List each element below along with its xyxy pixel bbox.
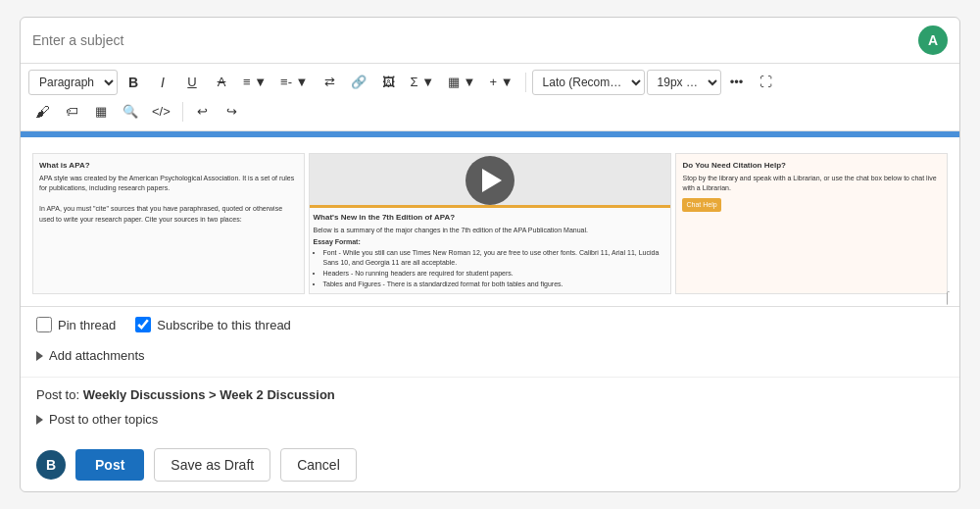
doc-preview: What is APA? APA style was created by th… (28, 149, 952, 299)
size-select[interactable]: 19px … (647, 70, 721, 95)
doc-video-area[interactable] (310, 154, 671, 208)
post-to-label: Post to: Weekly Discussions > Week 2 Dis… (36, 387, 944, 402)
subject-bar: A (21, 18, 959, 64)
chevron-right-icon (36, 351, 43, 361)
post-other-topics-row[interactable]: Post to other topics (36, 410, 944, 429)
subscribe-checkbox[interactable] (135, 317, 151, 332)
post-to-location: Weekly Discussions > Week 2 Discussion (83, 387, 335, 402)
italic-button[interactable]: I (149, 70, 176, 95)
doc-col2-list: Font - While you still can use Times New… (314, 248, 667, 288)
bold-button[interactable]: B (120, 70, 147, 95)
paint-button[interactable]: 🖌 (28, 99, 56, 125)
paragraph-select[interactable]: Paragraph Heading 1 Heading 2 (28, 70, 118, 95)
compose-container: A Paragraph Heading 1 Heading 2 B I U A … (20, 17, 960, 493)
indent-button[interactable]: ⇄ (316, 70, 343, 95)
post-to-area: Post to: Weekly Discussions > Week 2 Dis… (21, 378, 959, 438)
list-item: Tables and Figures - There is a standard… (323, 280, 667, 289)
checkboxes-row: Pin thread Subscribe to this thread (36, 317, 944, 332)
subject-input[interactable] (32, 32, 908, 48)
align-button[interactable]: ≡ ▼ (237, 70, 272, 95)
subscribe-label: Subscribe to this thread (157, 318, 291, 332)
toolbar-row-1: Paragraph Heading 1 Heading 2 B I U A ≡ … (28, 68, 952, 97)
pin-thread-checkbox[interactable] (36, 317, 52, 332)
resize-handle[interactable]: ⌠ (944, 290, 957, 304)
pin-thread-checkbox-label[interactable]: Pin thread (36, 317, 116, 332)
toolbar-row-2: 🖌 🏷 ▦ 🔍 </> ↩ ↪ (28, 97, 952, 127)
strikethrough-button[interactable]: A (208, 70, 235, 95)
add-attachments-row[interactable]: Add attachments (36, 344, 944, 367)
editor-content[interactable]: What is APA? APA style was created by th… (21, 141, 959, 307)
doc-col2-content: What's New in the 7th Edition of APA? Be… (310, 208, 671, 294)
post-button[interactable]: Post (75, 449, 144, 481)
code-button[interactable]: </> (146, 99, 176, 125)
link-button[interactable]: 🔗 (345, 70, 372, 95)
avatar-a: A (918, 25, 948, 55)
more-options-button[interactable]: ••• (723, 70, 751, 95)
doc-col2-title: What's New in the 7th Edition of APA? (314, 212, 667, 223)
font-select[interactable]: Lato (Recom… (532, 70, 645, 95)
fullscreen-button[interactable]: ⛶ (753, 70, 780, 95)
post-other-topics-label: Post to other topics (49, 412, 158, 427)
list-button[interactable]: ≡- ▼ (274, 70, 314, 95)
cancel-button[interactable]: Cancel (280, 448, 357, 482)
play-icon (482, 169, 502, 192)
editor-toolbar: Paragraph Heading 1 Heading 2 B I U A ≡ … (21, 64, 959, 131)
doc-col2-essay: Essay Format: (314, 237, 667, 247)
chevron-right-icon-2 (36, 415, 43, 425)
doc-col3-text: Stop by the library and speak with a Lib… (682, 174, 941, 194)
undo-button[interactable]: ↩ (189, 99, 217, 125)
doc-col2-intro: Below is a summary of the major changes … (314, 226, 667, 235)
doc-col-1: What is APA? APA style was created by th… (32, 153, 305, 295)
underline-button[interactable]: U (178, 70, 206, 95)
pin-thread-label: Pin thread (58, 318, 116, 332)
save-draft-button[interactable]: Save as Draft (154, 448, 270, 482)
tag-button[interactable]: 🏷 (58, 99, 85, 125)
doc-col3-title: Do You Need Citation Help? (682, 160, 941, 171)
search-replace-button[interactable]: 🔍 (117, 99, 144, 125)
toolbar-divider-1 (525, 73, 526, 92)
doc-col-3: Do You Need Citation Help? Stop by the l… (675, 153, 948, 295)
add-button[interactable]: + ▼ (483, 70, 518, 95)
options-area: Pin thread Subscribe to this thread Add … (21, 307, 959, 378)
subscribe-checkbox-label[interactable]: Subscribe to this thread (135, 317, 291, 332)
lines-button[interactable]: ▦ (87, 99, 115, 125)
doc-col1-title: What is APA? (39, 160, 298, 171)
formula-button[interactable]: Σ ▼ (404, 70, 440, 95)
editor-highlight-bar (21, 131, 959, 137)
list-item: Font - While you still can use Times New… (323, 248, 667, 268)
redo-button[interactable]: ↪ (219, 99, 246, 125)
footer-area: B Post Save as Draft Cancel (21, 438, 959, 491)
doc-col1-text: APA style was created by the American Ps… (39, 174, 298, 226)
add-attachments-label: Add attachments (49, 348, 145, 363)
image-button[interactable]: 🖼 (374, 70, 402, 95)
avatar-b: B (36, 450, 66, 480)
list-item: Headers - No running headers are require… (323, 269, 667, 279)
doc-col3-chat: Chat Help (682, 198, 720, 212)
grid-button[interactable]: ▦ ▼ (442, 70, 481, 95)
video-play-button[interactable] (466, 156, 514, 205)
editor-area[interactable]: What is APA? APA style was created by th… (21, 131, 959, 308)
doc-col-2: What's New in the 7th Edition of APA? Be… (309, 153, 672, 295)
toolbar-divider-2 (182, 102, 183, 122)
